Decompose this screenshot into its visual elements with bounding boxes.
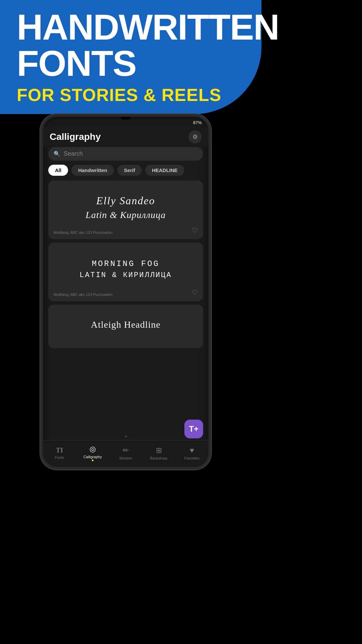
nav-item-calligraphy[interactable]: ◎ Calligraphy xyxy=(81,445,104,461)
nav-label-favorites: Favorites xyxy=(184,456,199,460)
nav-active-dot xyxy=(92,460,94,461)
tab-headline[interactable]: HEADLINE xyxy=(145,165,184,176)
search-bar[interactable]: 🔍 Search xyxy=(48,147,203,161)
font-card-content-2: MORNING FOG LATIN & КИРИЛЛИЦА xyxy=(55,249,196,289)
font-card-content-3: Atleigh Headline xyxy=(55,311,196,338)
font-card-morning-fog[interactable]: MORNING FOG LATIN & КИРИЛЛИЦА Multilang,… xyxy=(48,243,203,301)
calligraphy-icon: ◎ xyxy=(89,445,96,453)
font1-line2: Latin & Кириллица xyxy=(85,210,166,220)
settings-button[interactable]: ⚙ xyxy=(188,130,202,144)
font-card-elly-sandeo[interactable]: Elly Sandeo Latin & Кириллица Multilang,… xyxy=(48,180,203,239)
bottom-nav: TI Fonts ◎ Calligraphy ✏ Stickers ⊞ Back… xyxy=(43,440,208,467)
filter-tabs: All Handwritten Serif HEADLINE xyxy=(43,165,208,180)
hero-blob: HANDWRITTEN FONTS FOR STORIES & REELS xyxy=(0,0,261,114)
favorite-icon-2[interactable]: ♡ xyxy=(192,288,198,297)
font1-meta: Multilang, ABC abc 123 Punctuation xyxy=(54,230,113,234)
font-card-content-1: Elly Sandeo Latin & Кириллица xyxy=(55,187,196,227)
nav-item-stickers[interactable]: ✏ Stickers xyxy=(114,446,137,460)
stickers-icon: ✏ xyxy=(123,446,129,455)
nav-label-stickers: Stickers xyxy=(119,456,132,460)
tab-handwritten[interactable]: Handwritten xyxy=(71,165,114,176)
search-placeholder: Search xyxy=(64,150,83,157)
hero-subtitle: FOR STORIES & REELS xyxy=(17,85,241,105)
battery-indicator: 87% xyxy=(193,120,202,125)
font2-meta: Multilang, ABC abc 123 Punctuation xyxy=(54,292,113,297)
fonts-icon: TI xyxy=(56,446,63,454)
search-icon: 🔍 xyxy=(54,151,60,157)
font-cards-list: Elly Sandeo Latin & Кириллица Multilang,… xyxy=(43,180,208,348)
tab-all[interactable]: All xyxy=(48,165,68,176)
font3-line1: Atleigh Headline xyxy=(91,319,161,330)
nav-item-fonts[interactable]: TI Fonts xyxy=(48,446,71,460)
phone-notch xyxy=(121,117,131,119)
font1-line1: Elly Sandeo xyxy=(96,195,155,207)
font2-line2: LATIN & КИРИЛЛИЦА xyxy=(79,271,172,279)
font-card-atleigh[interactable]: Atleigh Headline xyxy=(48,305,203,348)
phone-frame: 87% Calligraphy ⚙ 🔍 Search All Handwritt… xyxy=(40,114,211,470)
app-header: Calligraphy ⚙ xyxy=(43,127,208,147)
favorite-icon-1[interactable]: ♡ xyxy=(192,226,198,234)
nav-label-calligraphy: Calligraphy xyxy=(83,455,102,459)
hero-title: HANDWRITTEN FONTS xyxy=(17,9,241,82)
font2-line1: MORNING FOG xyxy=(92,259,160,268)
nav-label-fonts: Fonts xyxy=(55,455,64,460)
phone-wrapper: 87% Calligraphy ⚙ 🔍 Search All Handwritt… xyxy=(40,114,211,624)
chevron-down-icon: ⌄ xyxy=(124,432,128,438)
nav-label-backdrops: Backdrops xyxy=(150,456,168,460)
favorites-icon: ♥ xyxy=(190,446,194,455)
tab-serif[interactable]: Serif xyxy=(117,165,142,176)
fab-button[interactable]: T+ xyxy=(184,420,203,438)
backdrops-icon: ⊞ xyxy=(156,446,162,455)
nav-item-favorites[interactable]: ♥ Favorites xyxy=(180,446,204,460)
nav-item-backdrops[interactable]: ⊞ Backdrops xyxy=(147,446,171,460)
app-title: Calligraphy xyxy=(50,131,101,142)
